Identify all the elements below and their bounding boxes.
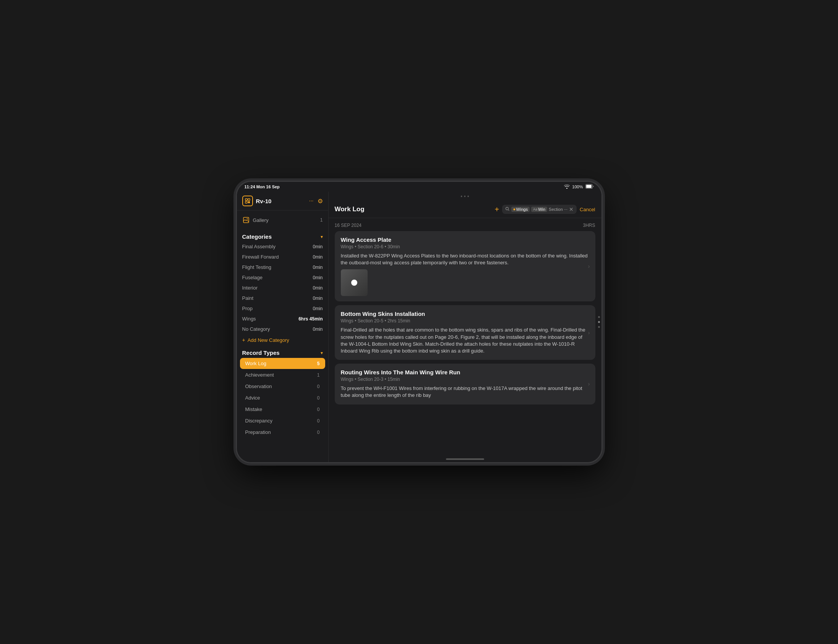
record-type-advice[interactable]: Advice 0 xyxy=(240,392,325,403)
status-bar: 11:24 Mon 16 Sep 100% xyxy=(237,182,601,192)
more-icon[interactable]: ··· xyxy=(309,197,314,205)
record-type-work-log[interactable]: Work Log 5 xyxy=(240,358,325,369)
home-indicator xyxy=(329,456,601,462)
project-title: Rv-10 xyxy=(256,198,272,204)
search-section-text: Section ∙∙∙ xyxy=(549,207,568,212)
categories-chevron[interactable]: ▾ xyxy=(321,234,323,240)
categories-section-header: Categories ▾ xyxy=(237,230,328,242)
category-flight-testing[interactable]: Flight Testing 0min xyxy=(237,262,328,272)
entry-image-wing-access xyxy=(341,269,367,296)
sidebar-header: Rv-10 ··· ⚙ xyxy=(237,192,328,210)
category-paint[interactable]: Paint 0min xyxy=(237,293,328,303)
search-clear-button[interactable]: ✕ xyxy=(569,206,574,212)
entry-chevron-bottom-wing: › xyxy=(588,330,590,336)
entry-meta-routing-wires: Wings • Section 20-3 • 15min xyxy=(341,376,589,382)
search-icon xyxy=(505,207,510,212)
settings-icon[interactable]: ⚙ xyxy=(318,197,323,205)
svg-rect-4 xyxy=(245,201,247,203)
svg-rect-1 xyxy=(586,185,591,188)
sidebar-header-actions: ··· ⚙ xyxy=(309,197,323,205)
entry-chevron-wing-access: › xyxy=(588,263,590,269)
entry-body-bottom-wing: Final-Drilled all the holes that are com… xyxy=(341,327,589,355)
category-wings[interactable]: Wings 6hrs 45min xyxy=(237,314,328,324)
svg-rect-3 xyxy=(248,199,250,200)
scroll-dot-3 xyxy=(598,326,600,328)
record-types-title: Record Types xyxy=(242,350,280,356)
header-right: + ■ Wings Aa xyxy=(494,205,595,214)
wifi-icon xyxy=(564,184,570,189)
record-type-observation[interactable]: Observation 0 xyxy=(240,381,325,392)
category-interior[interactable]: Interior 0min xyxy=(237,283,328,293)
categories-title: Categories xyxy=(242,233,272,240)
record-type-achievement[interactable]: Achievement 1 xyxy=(240,370,325,380)
entry-meta-bottom-wing: Wings • Section 20-5 • 2hrs 15min xyxy=(341,318,589,324)
svg-rect-5 xyxy=(248,201,250,203)
entry-title-wing-access: Wing Access Plate xyxy=(341,237,589,243)
content-title: Work Log xyxy=(335,205,365,213)
gallery-count: 1 xyxy=(320,217,323,223)
entry-chevron-routing-wires: › xyxy=(588,381,590,387)
entry-body-wing-access: Installed the W-822PP Wing Access Plates… xyxy=(341,253,589,266)
svg-point-8 xyxy=(506,207,509,210)
svg-point-7 xyxy=(247,219,248,220)
record-types-list: Work Log 5 Achievement 1 Observation 0 A… xyxy=(237,358,328,438)
battery-icon xyxy=(585,184,594,189)
category-prop[interactable]: Prop 0min xyxy=(237,303,328,314)
add-category-label: Add New Category xyxy=(248,337,289,343)
entry-image-inner xyxy=(341,269,367,296)
battery-percentage: 100% xyxy=(572,184,583,189)
gallery-icon xyxy=(242,216,250,224)
search-tag-wings: ■ Wings xyxy=(511,207,530,212)
entry-wing-access-plate[interactable]: Wing Access Plate Wings • Section 20-6 •… xyxy=(335,231,595,301)
add-category-button[interactable]: + Add New Category xyxy=(237,334,328,346)
sidebar-item-gallery[interactable]: Gallery 1 xyxy=(237,214,328,227)
record-type-preparation[interactable]: Preparation 0 xyxy=(240,427,325,438)
category-no-category[interactable]: No Category 0min xyxy=(237,324,328,334)
entry-title-bottom-wing: Bottom Wing Skins Installation xyxy=(341,310,589,317)
drag-indicator: • • • xyxy=(329,192,601,201)
record-types-chevron[interactable]: ▾ xyxy=(321,350,323,356)
entry-meta-wing-access: Wings • Section 20-6 • 30min xyxy=(341,244,589,250)
scroll-indicator xyxy=(598,316,600,328)
sidebar-gallery-section: Gallery 1 xyxy=(237,210,328,230)
status-time: 11:24 Mon 16 Sep xyxy=(245,184,280,189)
record-type-mistake[interactable]: Mistake 0 xyxy=(240,404,325,415)
entries-container: 16 SEP 2024 3HRS Wing Access Plate Wings… xyxy=(329,218,601,456)
hours-label: 3HRS xyxy=(583,223,595,228)
svg-rect-2 xyxy=(245,199,247,200)
photo-circle xyxy=(351,279,357,286)
category-firewall-forward[interactable]: Firewall Forward 0min xyxy=(237,252,328,262)
home-bar xyxy=(446,458,484,460)
search-bar[interactable]: ■ Wings Aa Aa Win Win Section ∙∙∙ ✕ xyxy=(502,205,576,214)
categories-list: Final Assembly 0min Firewall Forward 0mi… xyxy=(237,242,328,334)
add-category-icon: + xyxy=(242,337,245,343)
content-header: Work Log + ■ Wings xyxy=(329,201,601,218)
nav-icon[interactable] xyxy=(242,196,253,206)
status-right: 100% xyxy=(564,184,593,189)
entry-title-routing-wires: Routing Wires Into The Main Wing Wire Ru… xyxy=(341,369,589,376)
date-label: 16 SEP 2024 xyxy=(335,223,362,228)
cancel-button[interactable]: Cancel xyxy=(580,207,595,212)
scroll-dot-1 xyxy=(598,316,600,318)
category-fuselage[interactable]: Fuselage 0min xyxy=(237,272,328,283)
main-content: • • • Work Log + ■ xyxy=(329,192,601,462)
category-final-assembly[interactable]: Final Assembly 0min xyxy=(237,242,328,252)
record-type-discrepancy[interactable]: Discrepancy 0 xyxy=(240,415,325,426)
svg-rect-6 xyxy=(244,217,249,223)
scroll-dot-2 xyxy=(598,321,600,323)
entry-bottom-wing-skins[interactable]: Bottom Wing Skins Installation Wings • S… xyxy=(335,305,595,360)
gallery-label: Gallery xyxy=(253,217,320,223)
sidebar-header-left: Rv-10 xyxy=(242,196,272,206)
wings-tag-icon: ■ xyxy=(513,207,515,211)
entry-routing-wires[interactable]: Routing Wires Into The Main Wing Wire Ru… xyxy=(335,364,595,404)
sidebar: Rv-10 ··· ⚙ Gallery xyxy=(237,192,329,462)
entry-body-routing-wires: To prevent the WH-F1001 Wires from inter… xyxy=(341,385,589,399)
add-entry-button[interactable]: + xyxy=(494,205,499,214)
date-header: 16 SEP 2024 3HRS xyxy=(335,223,595,228)
record-types-section-header: Record Types ▾ xyxy=(237,346,328,358)
search-tag-win: Aa Aa Win Win xyxy=(531,207,547,212)
